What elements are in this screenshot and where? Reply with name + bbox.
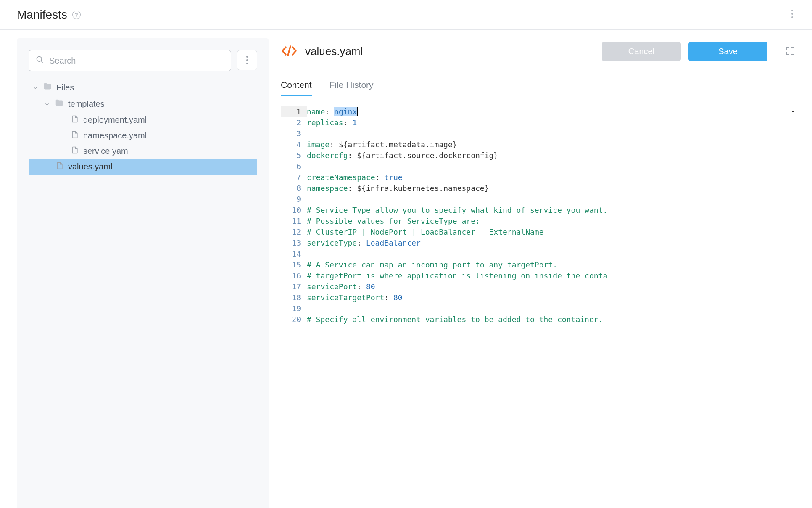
page-title: Manifests xyxy=(17,8,67,21)
minimap-indicator: - xyxy=(791,106,795,115)
tree-root-label: Files xyxy=(56,83,74,93)
code-editor[interactable]: - 1name: nginx2replicas: 134image: ${art… xyxy=(281,106,795,325)
folder-icon xyxy=(55,98,64,110)
editor-tabs: Content File History xyxy=(281,77,795,96)
page-header: Manifests ? xyxy=(0,0,812,30)
code-line[interactable]: 17servicePort: 80 xyxy=(281,281,795,292)
line-content[interactable] xyxy=(307,303,795,314)
line-content[interactable] xyxy=(307,128,795,139)
line-number: 18 xyxy=(281,292,307,303)
tree-file-label: values.yaml xyxy=(68,162,113,172)
svg-point-1 xyxy=(791,13,793,15)
line-number: 8 xyxy=(281,183,307,194)
editor-panel: values.yaml Cancel Save Content File His… xyxy=(269,30,812,508)
svg-point-7 xyxy=(246,63,248,64)
code-line[interactable]: 1name: nginx xyxy=(281,106,795,117)
svg-line-8 xyxy=(288,46,290,56)
line-number: 20 xyxy=(281,314,307,325)
editor-header: values.yaml Cancel Save xyxy=(281,42,795,61)
code-line[interactable]: 13serviceType: LoadBalancer xyxy=(281,238,795,249)
file-icon xyxy=(71,130,79,141)
tree-file[interactable]: deployment.yaml xyxy=(29,112,257,128)
line-number: 7 xyxy=(281,172,307,183)
code-line[interactable]: 9 xyxy=(281,194,795,205)
folder-icon xyxy=(43,82,52,93)
line-number: 3 xyxy=(281,128,307,139)
line-content[interactable]: dockercfg: ${artifact.source.dockerconfi… xyxy=(307,150,795,161)
line-content[interactable]: # Possible values for ServiceType are: xyxy=(307,216,795,227)
code-line[interactable]: 15# A Service can map an incoming port t… xyxy=(281,259,795,270)
line-content[interactable]: namespace: ${infra.kubernetes.namespace} xyxy=(307,183,795,194)
chevron-down-icon xyxy=(32,85,39,91)
code-line[interactable]: 12# ClusterIP | NodePort | LoadBalancer … xyxy=(281,227,795,238)
line-content[interactable]: # A Service can map an incoming port to … xyxy=(307,259,795,270)
tree-root[interactable]: Files xyxy=(29,79,257,96)
code-line[interactable]: 20# Specify all environment variables to… xyxy=(281,314,795,325)
line-number: 15 xyxy=(281,259,307,270)
svg-point-2 xyxy=(791,16,793,18)
code-line[interactable]: 11# Possible values for ServiceType are: xyxy=(281,216,795,227)
line-content[interactable]: replicas: 1 xyxy=(307,117,795,128)
line-content[interactable]: # Specify all environment variables to b… xyxy=(307,314,795,325)
svg-point-3 xyxy=(37,57,42,62)
line-content[interactable]: name: nginx xyxy=(307,106,795,117)
line-content[interactable]: # ClusterIP | NodePort | LoadBalancer | … xyxy=(307,227,795,238)
line-content[interactable]: # targetPort is where application is lis… xyxy=(307,270,795,281)
code-line[interactable]: 16# targetPort is where application is l… xyxy=(281,270,795,281)
file-sidebar: Files templates deployment.yamlnamespace… xyxy=(17,38,269,508)
code-line[interactable]: 2replicas: 1 xyxy=(281,117,795,128)
page-title-wrap: Manifests ? xyxy=(17,8,81,21)
tree-file[interactable]: service.yaml xyxy=(29,143,257,159)
code-line[interactable]: 5dockercfg: ${artifact.source.dockerconf… xyxy=(281,150,795,161)
expand-icon[interactable] xyxy=(785,46,795,58)
line-number: 19 xyxy=(281,303,307,314)
line-number: 13 xyxy=(281,238,307,249)
tree-file-label: deployment.yaml xyxy=(83,115,147,125)
search-row xyxy=(29,50,257,71)
line-number: 17 xyxy=(281,281,307,292)
code-line[interactable]: 4image: ${artifact.metadata.image} xyxy=(281,139,795,150)
sidebar-menu-button[interactable] xyxy=(237,50,257,70)
code-line[interactable]: 6 xyxy=(281,161,795,172)
line-content[interactable] xyxy=(307,161,795,172)
line-number: 4 xyxy=(281,139,307,150)
code-line[interactable]: 10# Service Type allow you to specify wh… xyxy=(281,205,795,216)
tree-file[interactable]: namespace.yaml xyxy=(29,128,257,143)
line-content[interactable]: servicePort: 80 xyxy=(307,281,795,292)
save-button[interactable]: Save xyxy=(688,42,767,61)
line-content[interactable]: serviceType: LoadBalancer xyxy=(307,238,795,249)
help-icon[interactable]: ? xyxy=(72,11,81,19)
line-content[interactable]: createNamespace: true xyxy=(307,172,795,183)
tree-folder-templates[interactable]: templates xyxy=(29,96,257,112)
search-icon xyxy=(36,56,44,66)
tree-file[interactable]: values.yaml xyxy=(29,159,257,175)
line-number: 16 xyxy=(281,270,307,281)
line-number: 5 xyxy=(281,150,307,161)
code-line[interactable]: 8namespace: ${infra.kubernetes.namespace… xyxy=(281,183,795,194)
code-line[interactable]: 3 xyxy=(281,128,795,139)
search-box[interactable] xyxy=(29,50,231,71)
code-line[interactable]: 18serviceTargetPort: 80 xyxy=(281,292,795,303)
header-menu-icon[interactable] xyxy=(789,8,795,22)
code-line[interactable]: 14 xyxy=(281,249,795,259)
file-icon xyxy=(71,115,79,125)
code-line[interactable]: 7createNamespace: true xyxy=(281,172,795,183)
tab-content[interactable]: Content xyxy=(281,77,312,96)
line-number: 10 xyxy=(281,205,307,216)
tree-file-label: namespace.yaml xyxy=(83,131,147,140)
line-content[interactable]: image: ${artifact.metadata.image} xyxy=(307,139,795,150)
line-content[interactable]: # Service Type allow you to specify what… xyxy=(307,205,795,216)
line-number: 11 xyxy=(281,216,307,227)
line-number: 6 xyxy=(281,161,307,172)
editor-filename: values.yaml xyxy=(305,45,363,58)
search-input[interactable] xyxy=(49,56,224,66)
file-icon xyxy=(55,161,64,172)
main: Files templates deployment.yamlnamespace… xyxy=(0,30,812,508)
line-content[interactable] xyxy=(307,249,795,259)
line-number: 14 xyxy=(281,249,307,259)
line-content[interactable]: serviceTargetPort: 80 xyxy=(307,292,795,303)
code-line[interactable]: 19 xyxy=(281,303,795,314)
line-content[interactable] xyxy=(307,194,795,205)
tab-history[interactable]: File History xyxy=(330,77,374,96)
cancel-button[interactable]: Cancel xyxy=(602,42,681,61)
